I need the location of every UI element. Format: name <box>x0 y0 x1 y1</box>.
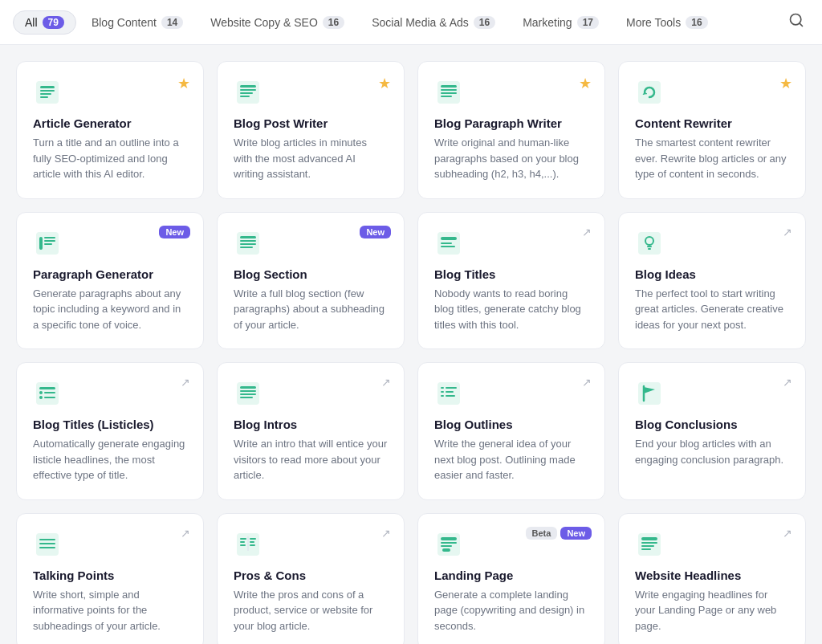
svg-rect-22 <box>44 243 52 245</box>
card-article-generator[interactable]: ★ Article Generator Turn a title and an … <box>16 61 204 199</box>
search-icon[interactable] <box>783 7 809 37</box>
card-title: Blog Section <box>234 267 388 281</box>
card-website-headlines[interactable]: ↗ Website Headlines Write engaging headl… <box>618 513 806 645</box>
arrow-icon: ↗ <box>381 527 391 540</box>
svg-rect-30 <box>441 243 452 244</box>
star-icon: ★ <box>378 75 391 92</box>
svg-rect-45 <box>240 393 256 395</box>
svg-rect-75 <box>641 542 657 544</box>
svg-rect-25 <box>240 240 256 242</box>
svg-rect-10 <box>240 92 253 94</box>
nav-tab-label: Blog Content <box>92 16 157 29</box>
nav-tab-count: 16 <box>323 16 344 29</box>
card-icon-blog-conclusions <box>635 379 664 408</box>
svg-rect-29 <box>441 237 457 240</box>
card-icon-blog-titles <box>434 229 463 258</box>
nav-tab-social[interactable]: Social Media & Ads16 <box>360 10 507 35</box>
card-title: Blog Conclusions <box>635 418 789 431</box>
card-icon-blog-titles-listicles <box>33 379 62 408</box>
svg-rect-35 <box>648 248 651 250</box>
card-desc: Write short, simple and informative poin… <box>33 587 187 634</box>
nav-tab-marketing[interactable]: Marketing17 <box>511 10 611 35</box>
svg-rect-69 <box>441 537 457 540</box>
svg-rect-76 <box>641 545 654 547</box>
nav-tab-blog[interactable]: Blog Content14 <box>79 10 195 35</box>
arrow-icon: ↗ <box>582 376 592 389</box>
svg-rect-51 <box>446 391 454 393</box>
svg-rect-50 <box>441 391 444 393</box>
card-blog-paragraph-writer[interactable]: ★ Blog Paragraph Writer Write original a… <box>417 61 605 199</box>
card-blog-titles[interactable]: ↗ Blog Titles Nobody wants to read borin… <box>417 212 605 350</box>
badge-container: New <box>159 226 190 238</box>
svg-rect-64 <box>250 538 256 540</box>
svg-rect-73 <box>638 533 661 556</box>
svg-rect-4 <box>40 90 55 92</box>
card-icon-article-generator <box>33 78 62 107</box>
nav-tab-label: More Tools <box>626 16 681 29</box>
svg-rect-44 <box>240 390 256 392</box>
svg-rect-20 <box>44 237 55 238</box>
svg-rect-47 <box>437 382 460 405</box>
card-desc: Automatically generate engaging listicle… <box>33 436 187 483</box>
card-title: Pros & Cons <box>234 569 388 582</box>
card-blog-intros[interactable]: ↗ Blog Intros Write an intro that will e… <box>217 362 405 500</box>
svg-rect-52 <box>441 395 444 397</box>
arrow-icon: ↗ <box>783 527 792 540</box>
card-paragraph-generator[interactable]: New Paragraph Generator Generate paragra… <box>16 212 204 350</box>
card-title: Blog Ideas <box>635 267 789 281</box>
arrow-icon: ↗ <box>381 376 391 389</box>
card-title: Blog Titles (Listicles) <box>33 418 187 431</box>
badge-container: New <box>360 226 391 238</box>
svg-rect-59 <box>39 547 55 548</box>
card-icon-landing-page <box>434 530 463 559</box>
card-pros-cons[interactable]: ↗ Pros & Cons Write the pros and cons of… <box>217 513 405 645</box>
svg-rect-11 <box>240 96 250 97</box>
main-nav: All79Blog Content14Website Copy & SEO16S… <box>0 0 822 45</box>
svg-rect-61 <box>240 538 246 540</box>
nav-tab-count: 16 <box>686 16 707 29</box>
card-desc: Write blog articles in minutes with the … <box>234 135 388 182</box>
nav-tab-count: 14 <box>161 16 183 29</box>
svg-rect-41 <box>44 397 55 398</box>
new-badge: New <box>360 226 391 238</box>
card-landing-page[interactable]: BetaNew Landing Page Generate a complete… <box>417 513 605 645</box>
arrow-icon: ↗ <box>582 226 592 238</box>
card-desc: Write an intro that will entice your vis… <box>234 436 388 483</box>
svg-rect-16 <box>441 96 452 97</box>
svg-rect-15 <box>441 92 457 94</box>
new-badge: New <box>560 527 592 540</box>
card-desc: Turn a title and an outline into a fully… <box>33 135 187 182</box>
svg-rect-6 <box>40 96 48 98</box>
nav-tab-all[interactable]: All79 <box>13 10 76 35</box>
card-blog-post-writer[interactable]: ★ Blog Post Writer Write blog articles i… <box>217 61 405 199</box>
card-blog-ideas[interactable]: ↗ Blog Ideas The perfect tool to start w… <box>618 212 806 350</box>
svg-rect-31 <box>441 246 455 247</box>
svg-point-38 <box>39 391 43 394</box>
svg-rect-17 <box>638 81 661 104</box>
svg-rect-24 <box>240 236 256 238</box>
svg-rect-77 <box>641 548 651 550</box>
badge-container: BetaNew <box>526 527 592 540</box>
card-desc: Write the general idea of your next blog… <box>434 436 588 483</box>
card-blog-outlines[interactable]: ↗ Blog Outlines Write the general idea o… <box>417 362 605 500</box>
card-blog-conclusions[interactable]: ↗ Blog Conclusions End your blog article… <box>618 362 806 500</box>
svg-rect-5 <box>40 93 51 95</box>
nav-tab-moretools[interactable]: More Tools16 <box>614 10 720 35</box>
beta-badge: Beta <box>526 527 558 540</box>
svg-rect-49 <box>446 387 457 389</box>
card-icon-blog-intros <box>234 379 262 408</box>
card-blog-titles-listicles[interactable]: ↗ Blog Titles (Listicles) Automatically … <box>16 362 204 500</box>
card-title: Blog Paragraph Writer <box>434 116 588 130</box>
card-content-rewriter[interactable]: ★ Content Rewriter The smartest content … <box>618 61 806 199</box>
nav-tab-label: Marketing <box>523 16 572 29</box>
svg-rect-9 <box>240 89 256 91</box>
card-talking-points[interactable]: ↗ Talking Points Write short, simple and… <box>16 513 204 645</box>
svg-rect-26 <box>240 243 256 245</box>
card-desc: Write engaging headlines for your Landin… <box>635 587 789 634</box>
card-blog-section[interactable]: New Blog Section Write a full blog secti… <box>217 212 405 350</box>
svg-rect-39 <box>44 392 55 393</box>
card-desc: Write the pros and cons of a product, se… <box>234 587 388 634</box>
nav-tab-label: Website Copy & SEO <box>210 16 318 29</box>
card-desc: Generate a complete landing page (copywr… <box>434 587 588 634</box>
nav-tab-websiteseo[interactable]: Website Copy & SEO16 <box>198 10 356 35</box>
